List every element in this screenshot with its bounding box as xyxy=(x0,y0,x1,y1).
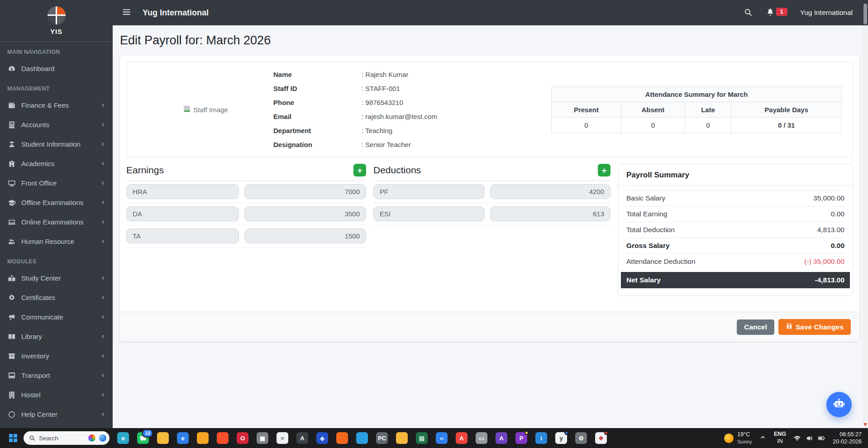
sidebar-item[interactable]: Accounts xyxy=(0,115,113,134)
sidebar-item[interactable]: Student Information xyxy=(0,134,113,154)
earnings-section: Earnings + xyxy=(126,164,366,248)
taskbar-app-icon[interactable] xyxy=(336,432,348,444)
taskbar-app-icon[interactable] xyxy=(356,432,368,444)
taskbar-app-icon[interactable]: y xyxy=(555,432,567,444)
notifications-button[interactable]: 1 xyxy=(766,7,787,18)
sidebar-item[interactable]: Library xyxy=(0,327,113,346)
add-earning-button[interactable]: + xyxy=(353,164,366,176)
sidebar-item[interactable]: Communicate xyxy=(0,307,113,327)
taskbar-clock[interactable]: 06:55:27 20-02-2026 xyxy=(833,431,862,446)
chevron-left-icon xyxy=(100,411,106,417)
earning-amount-input[interactable] xyxy=(244,206,366,221)
staff-detail-value: : Teaching xyxy=(362,127,392,134)
sidebar-item[interactable]: Hostel xyxy=(0,385,113,405)
deduction-amount-input[interactable] xyxy=(490,206,610,221)
cancel-button[interactable]: Cancel xyxy=(737,319,774,335)
card-footer: Cancel Save Changes xyxy=(120,312,859,342)
taskbar-app-icon[interactable]: A xyxy=(296,432,308,444)
search-icon[interactable] xyxy=(743,8,753,18)
sidebar-item[interactable]: Finance & Fees xyxy=(0,95,113,115)
scrollbar-down-arrow[interactable] xyxy=(863,423,867,426)
save-changes-button[interactable]: Save Changes xyxy=(778,319,851,335)
brand-logo-link[interactable]: YIS xyxy=(0,0,113,42)
taskbar-app-icon[interactable] xyxy=(396,432,408,444)
sidebar-item-icon xyxy=(7,140,16,148)
chevron-left-icon xyxy=(100,122,106,128)
attendance-column-header: Present xyxy=(552,102,621,117)
windows-start-button[interactable] xyxy=(5,430,21,446)
attendance-value-cell: 0 xyxy=(685,117,731,133)
sidebar-item[interactable]: Help Center xyxy=(0,405,113,424)
sidebar-item[interactable]: Human Resource xyxy=(0,232,113,251)
sidebar-item[interactable]: Academics xyxy=(0,154,113,173)
taskbar-app-icon[interactable]: ⚙ xyxy=(575,432,587,444)
sidebar-item-label: Help Center xyxy=(21,410,57,418)
language-code: ENG xyxy=(774,431,786,438)
payroll-columns: Earnings + xyxy=(126,164,853,296)
earning-name-input[interactable] xyxy=(126,184,239,199)
taskbar-app-icon[interactable]: A xyxy=(456,432,467,444)
sidebar-toggle-button[interactable] xyxy=(121,7,132,18)
sidebar-item-icon xyxy=(7,179,16,187)
taskbar-app-icon[interactable]: i xyxy=(535,432,547,444)
sidebar-item[interactable]: Inventory xyxy=(0,346,113,366)
deductions-title: Deductions xyxy=(373,165,421,176)
sidebar-item[interactable]: Front Office xyxy=(0,173,113,193)
tray-chevron-up-icon[interactable] xyxy=(759,434,767,442)
taskbar-app-icon[interactable]: ▣ xyxy=(257,432,268,444)
attendance-column-header: Late xyxy=(685,102,731,117)
sidebar-item[interactable]: Study Center xyxy=(0,268,113,288)
summary-row-label: Attendance Deduction xyxy=(626,257,696,266)
sidebar-item[interactable]: Online Examinations xyxy=(0,212,113,232)
taskbar-app-icon[interactable] xyxy=(217,432,229,444)
summary-row: Total Earning 0.00 xyxy=(626,206,844,222)
taskbar-app-icon[interactable]: ‹› xyxy=(436,432,448,444)
taskbar-app-icon[interactable]: P xyxy=(515,432,527,444)
taskbar-app-icon[interactable]: ▭ xyxy=(476,432,487,444)
system-tray-icons[interactable] xyxy=(793,434,825,442)
taskbar-app-icon[interactable]: e xyxy=(177,432,189,444)
sidebar-item-icon xyxy=(7,160,16,168)
staff-detail-label: Designation xyxy=(273,141,362,148)
taskbar-app-icon[interactable]: ≡ xyxy=(277,432,288,444)
page-title: Edit Payroll for: March 2026 xyxy=(120,33,859,48)
app-status-dot xyxy=(604,431,608,435)
earning-amount-input[interactable] xyxy=(244,184,366,199)
sidebar-item-label: Offline Examinations xyxy=(21,199,83,206)
user-menu[interactable]: Yug International xyxy=(800,9,853,17)
sidebar-item[interactable]: Transport xyxy=(0,366,113,385)
taskbar-app-icon[interactable]: O xyxy=(237,432,248,444)
search-highlight-icon xyxy=(87,434,96,443)
deduction-name-input[interactable] xyxy=(373,184,485,199)
taskbar-app-icon[interactable] xyxy=(157,432,169,444)
sidebar-item[interactable]: Certificates xyxy=(0,288,113,307)
taskbar-app-icon[interactable]: A xyxy=(496,432,507,444)
navbar-brand[interactable]: Yug International xyxy=(143,8,209,18)
sidebar-item[interactable]: Dashboard xyxy=(0,59,113,78)
earning-name-input[interactable] xyxy=(126,229,239,243)
add-deduction-button[interactable]: + xyxy=(598,164,610,176)
summary-row: Gross Salary 0.00 xyxy=(626,238,844,253)
sidebar-item-icon xyxy=(7,410,16,419)
navbar-right: 1 Yug International xyxy=(743,7,859,18)
taskbar-app-icon[interactable]: ▤ xyxy=(416,432,428,444)
deduction-amount-input[interactable] xyxy=(490,184,610,199)
earning-amount-input[interactable] xyxy=(244,229,366,243)
scrollbar-thumb[interactable] xyxy=(863,4,867,24)
chatbot-button[interactable] xyxy=(826,392,852,417)
language-switcher[interactable]: ENG IN xyxy=(774,431,786,445)
sidebar-item-label: Certificates xyxy=(21,294,55,301)
taskbar-app-icon[interactable]: ❖ xyxy=(595,432,607,444)
taskbar-app-icon[interactable]: e xyxy=(117,432,129,444)
deduction-name-input[interactable] xyxy=(373,206,485,221)
taskbar-app-icon[interactable]: PC xyxy=(376,432,388,444)
taskbar-app-icon[interactable] xyxy=(197,432,209,444)
taskbar-search[interactable]: Search xyxy=(24,431,110,445)
app-status-dot xyxy=(525,431,529,435)
weather-widget[interactable]: 19°C Sunny xyxy=(724,431,752,445)
taskbar-app-icon[interactable]: ☎ 10 xyxy=(137,432,149,444)
sidebar-item[interactable]: Offline Examinations xyxy=(0,193,113,212)
taskbar-app-icon[interactable]: ◈ xyxy=(316,432,328,444)
page-scrollbar[interactable] xyxy=(863,0,868,428)
earning-name-input[interactable] xyxy=(126,206,239,221)
